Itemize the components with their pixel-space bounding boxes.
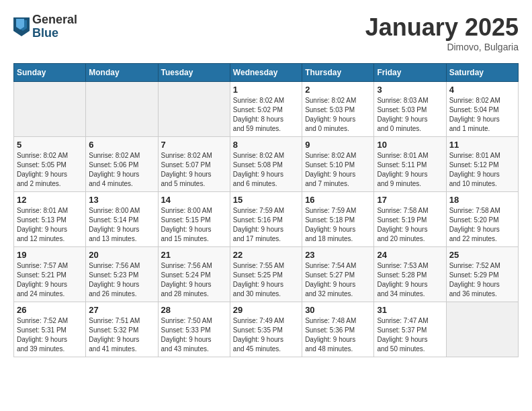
logo-general-text: General — [32, 13, 77, 27]
calendar-cell: 8Sunrise: 8:02 AM Sunset: 5:08 PM Daylig… — [230, 137, 302, 192]
day-number: 26 — [17, 305, 83, 315]
day-info: Sunrise: 8:02 AM Sunset: 5:03 PM Dayligh… — [305, 96, 371, 134]
calendar-header-cell: Sunday — [14, 64, 86, 82]
day-number: 4 — [449, 85, 515, 95]
calendar-cell: 27Sunrise: 7:51 AM Sunset: 5:32 PM Dayli… — [86, 302, 158, 357]
calendar-cell: 12Sunrise: 8:01 AM Sunset: 5:13 PM Dayli… — [14, 192, 86, 247]
day-number: 15 — [233, 195, 299, 205]
day-number: 17 — [377, 195, 443, 205]
calendar-header-cell: Tuesday — [158, 64, 230, 82]
day-number: 16 — [305, 195, 371, 205]
day-info: Sunrise: 7:51 AM Sunset: 5:32 PM Dayligh… — [89, 316, 154, 354]
calendar-week-row: 19Sunrise: 7:57 AM Sunset: 5:21 PM Dayli… — [14, 247, 519, 302]
day-number: 1 — [233, 85, 299, 95]
day-number: 24 — [377, 250, 443, 260]
day-number: 30 — [305, 305, 371, 315]
calendar-week-row: 26Sunrise: 7:52 AM Sunset: 5:31 PM Dayli… — [14, 302, 519, 357]
page-header: General Blue January 2025 Dimovo, Bulgar… — [13, 13, 519, 52]
day-info: Sunrise: 7:49 AM Sunset: 5:35 PM Dayligh… — [233, 316, 299, 354]
calendar-cell: 4Sunrise: 8:02 AM Sunset: 5:04 PM Daylig… — [446, 82, 518, 137]
day-info: Sunrise: 7:50 AM Sunset: 5:33 PM Dayligh… — [161, 316, 227, 354]
calendar-cell: 29Sunrise: 7:49 AM Sunset: 5:35 PM Dayli… — [230, 302, 302, 357]
day-info: Sunrise: 8:02 AM Sunset: 5:02 PM Dayligh… — [233, 96, 299, 134]
day-number: 9 — [305, 140, 371, 150]
day-number: 8 — [233, 140, 299, 150]
day-number: 29 — [233, 305, 299, 315]
calendar-cell: 26Sunrise: 7:52 AM Sunset: 5:31 PM Dayli… — [14, 302, 86, 357]
day-number: 14 — [161, 195, 227, 205]
day-info: Sunrise: 7:55 AM Sunset: 5:25 PM Dayligh… — [233, 261, 299, 299]
calendar-cell — [86, 82, 158, 137]
calendar-cell: 31Sunrise: 7:47 AM Sunset: 5:37 PM Dayli… — [374, 302, 446, 357]
calendar-cell: 25Sunrise: 7:52 AM Sunset: 5:29 PM Dayli… — [446, 247, 518, 302]
day-number: 27 — [89, 305, 154, 315]
day-info: Sunrise: 8:02 AM Sunset: 5:07 PM Dayligh… — [161, 151, 227, 189]
day-number: 20 — [89, 250, 154, 260]
day-number: 21 — [161, 250, 227, 260]
day-number: 2 — [305, 85, 371, 95]
calendar-header-row: SundayMondayTuesdayWednesdayThursdayFrid… — [14, 64, 519, 82]
calendar-header-cell: Saturday — [446, 64, 518, 82]
calendar-cell: 2Sunrise: 8:02 AM Sunset: 5:03 PM Daylig… — [302, 82, 374, 137]
day-info: Sunrise: 8:01 AM Sunset: 5:12 PM Dayligh… — [449, 151, 515, 189]
day-number: 11 — [449, 140, 515, 150]
day-info: Sunrise: 8:01 AM Sunset: 5:13 PM Dayligh… — [17, 206, 83, 244]
calendar-header-cell: Monday — [86, 64, 158, 82]
day-info: Sunrise: 8:00 AM Sunset: 5:15 PM Dayligh… — [161, 206, 227, 244]
calendar-cell: 7Sunrise: 8:02 AM Sunset: 5:07 PM Daylig… — [158, 137, 230, 192]
day-number: 5 — [17, 140, 83, 150]
day-info: Sunrise: 8:02 AM Sunset: 5:06 PM Dayligh… — [89, 151, 154, 189]
day-number: 31 — [377, 305, 443, 315]
calendar-cell: 14Sunrise: 8:00 AM Sunset: 5:15 PM Dayli… — [158, 192, 230, 247]
calendar-header-cell: Wednesday — [230, 64, 302, 82]
calendar-cell: 5Sunrise: 8:02 AM Sunset: 5:05 PM Daylig… — [14, 137, 86, 192]
day-info: Sunrise: 7:58 AM Sunset: 5:19 PM Dayligh… — [377, 206, 443, 244]
calendar-cell: 19Sunrise: 7:57 AM Sunset: 5:21 PM Dayli… — [14, 247, 86, 302]
day-info: Sunrise: 7:57 AM Sunset: 5:21 PM Dayligh… — [17, 261, 83, 299]
calendar-cell: 6Sunrise: 8:02 AM Sunset: 5:06 PM Daylig… — [86, 137, 158, 192]
calendar-cell: 3Sunrise: 8:03 AM Sunset: 5:03 PM Daylig… — [374, 82, 446, 137]
calendar-cell — [14, 82, 86, 137]
day-number: 23 — [305, 250, 371, 260]
location: Dimovo, Bulgaria — [365, 42, 519, 52]
day-number: 22 — [233, 250, 299, 260]
day-number: 18 — [449, 195, 515, 205]
title-block: January 2025 Dimovo, Bulgaria — [365, 13, 519, 52]
calendar-cell — [158, 82, 230, 137]
day-info: Sunrise: 7:56 AM Sunset: 5:23 PM Dayligh… — [89, 261, 154, 299]
day-info: Sunrise: 7:47 AM Sunset: 5:37 PM Dayligh… — [377, 316, 443, 354]
calendar-cell: 18Sunrise: 7:58 AM Sunset: 5:20 PM Dayli… — [446, 192, 518, 247]
day-number: 25 — [449, 250, 515, 260]
calendar-cell: 23Sunrise: 7:54 AM Sunset: 5:27 PM Dayli… — [302, 247, 374, 302]
calendar-cell: 30Sunrise: 7:48 AM Sunset: 5:36 PM Dayli… — [302, 302, 374, 357]
calendar-cell: 21Sunrise: 7:56 AM Sunset: 5:24 PM Dayli… — [158, 247, 230, 302]
day-info: Sunrise: 7:48 AM Sunset: 5:36 PM Dayligh… — [305, 316, 371, 354]
day-info: Sunrise: 7:59 AM Sunset: 5:16 PM Dayligh… — [233, 206, 299, 244]
day-number: 13 — [89, 195, 154, 205]
calendar-cell: 10Sunrise: 8:01 AM Sunset: 5:11 PM Dayli… — [374, 137, 446, 192]
day-info: Sunrise: 7:56 AM Sunset: 5:24 PM Dayligh… — [161, 261, 227, 299]
calendar-header-cell: Friday — [374, 64, 446, 82]
calendar-cell: 17Sunrise: 7:58 AM Sunset: 5:19 PM Dayli… — [374, 192, 446, 247]
calendar-cell: 28Sunrise: 7:50 AM Sunset: 5:33 PM Dayli… — [158, 302, 230, 357]
day-info: Sunrise: 8:03 AM Sunset: 5:03 PM Dayligh… — [377, 96, 443, 134]
day-info: Sunrise: 8:02 AM Sunset: 5:10 PM Dayligh… — [305, 151, 371, 189]
day-number: 7 — [161, 140, 227, 150]
calendar-cell: 16Sunrise: 7:59 AM Sunset: 5:18 PM Dayli… — [302, 192, 374, 247]
logo-text: General Blue — [32, 13, 77, 40]
calendar-week-row: 5Sunrise: 8:02 AM Sunset: 5:05 PM Daylig… — [14, 137, 519, 192]
calendar-cell: 22Sunrise: 7:55 AM Sunset: 5:25 PM Dayli… — [230, 247, 302, 302]
day-info: Sunrise: 8:02 AM Sunset: 5:05 PM Dayligh… — [17, 151, 83, 189]
day-info: Sunrise: 7:54 AM Sunset: 5:27 PM Dayligh… — [305, 261, 371, 299]
calendar-header: SundayMondayTuesdayWednesdayThursdayFrid… — [14, 64, 519, 82]
day-info: Sunrise: 8:01 AM Sunset: 5:11 PM Dayligh… — [377, 151, 443, 189]
logo-icon — [13, 17, 30, 36]
day-info: Sunrise: 7:59 AM Sunset: 5:18 PM Dayligh… — [305, 206, 371, 244]
calendar-week-row: 1Sunrise: 8:02 AM Sunset: 5:02 PM Daylig… — [14, 82, 519, 137]
calendar-cell: 20Sunrise: 7:56 AM Sunset: 5:23 PM Dayli… — [86, 247, 158, 302]
day-info: Sunrise: 7:52 AM Sunset: 5:31 PM Dayligh… — [17, 316, 83, 354]
calendar-table: SundayMondayTuesdayWednesdayThursdayFrid… — [13, 63, 519, 357]
calendar-cell: 13Sunrise: 8:00 AM Sunset: 5:14 PM Dayli… — [86, 192, 158, 247]
logo-blue-text: Blue — [32, 27, 77, 40]
calendar-cell: 24Sunrise: 7:53 AM Sunset: 5:28 PM Dayli… — [374, 247, 446, 302]
